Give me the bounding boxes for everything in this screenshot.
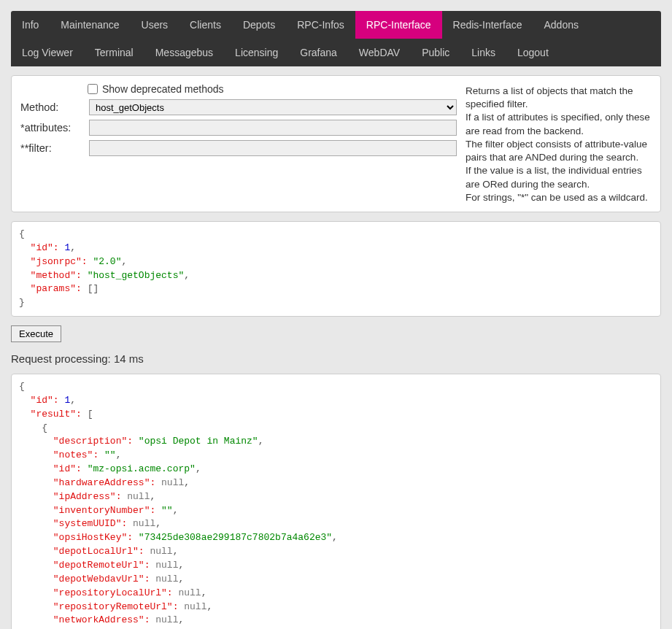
nav-item-maintenance[interactable]: Maintenance: [50, 11, 130, 39]
nav-item-clients[interactable]: Clients: [179, 11, 232, 39]
nav-item-messagebus[interactable]: Messagebus: [144, 39, 224, 66]
nav-item-logout[interactable]: Logout: [506, 39, 560, 66]
filter-input[interactable]: [89, 140, 457, 156]
method-select[interactable]: host_getObjects: [89, 99, 457, 115]
rpc-form-panel: Show deprecated methods Method: host_get…: [11, 75, 661, 212]
nav-item-rpc-infos[interactable]: RPC-Infos: [286, 11, 355, 39]
nav-item-users[interactable]: Users: [131, 11, 179, 39]
nav-item-log-viewer[interactable]: Log Viewer: [11, 39, 84, 66]
attributes-label: *attributes:: [20, 122, 83, 134]
filter-label: **filter:: [20, 142, 83, 154]
nav-item-licensing[interactable]: Licensing: [224, 39, 289, 66]
request-json-box: { "id": 1, "jsonrpc": "2.0", "method": "…: [11, 221, 661, 317]
nav-item-public[interactable]: Public: [411, 39, 460, 66]
processing-time: Request processing: 14 ms: [11, 352, 661, 365]
nav-item-redis-interface[interactable]: Redis-Interface: [442, 11, 533, 39]
nav-item-links[interactable]: Links: [460, 39, 506, 66]
nav-item-addons[interactable]: Addons: [533, 11, 589, 39]
method-description: Returns a list of objects that match the…: [466, 83, 652, 204]
nav-item-depots[interactable]: Depots: [232, 11, 286, 39]
nav-item-grafana[interactable]: Grafana: [289, 39, 348, 66]
show-deprecated-checkbox[interactable]: [88, 84, 98, 94]
response-json-box: { "id": 1, "result": [ { "description": …: [11, 374, 661, 629]
execute-button[interactable]: Execute: [11, 325, 61, 342]
attributes-input[interactable]: [89, 120, 457, 136]
nav-item-rpc-interface[interactable]: RPC-Interface: [355, 11, 442, 39]
method-label: Method:: [20, 101, 83, 113]
main-nav: InfoMaintenanceUsersClientsDepotsRPC-Inf…: [11, 11, 661, 66]
nav-item-info[interactable]: Info: [11, 11, 50, 39]
nav-item-webdav[interactable]: WebDAV: [348, 39, 411, 66]
nav-item-terminal[interactable]: Terminal: [84, 39, 144, 66]
show-deprecated-label: Show deprecated methods: [102, 83, 224, 95]
